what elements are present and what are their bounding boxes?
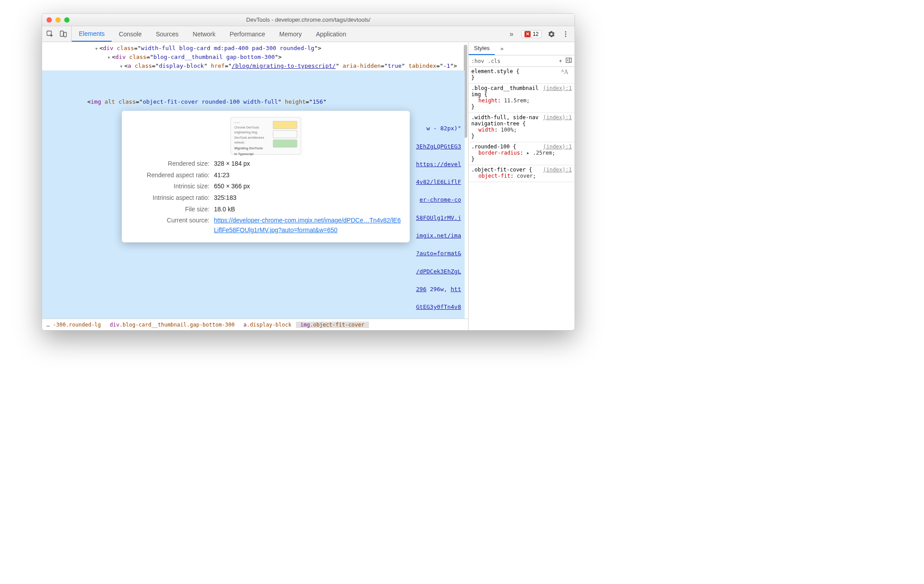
tooltip-value: 325∶183: [214, 193, 402, 203]
dom-node-div-1[interactable]: <div class="width-full blog-card md:pad-…: [46, 44, 465, 53]
thumb-sub2: Migrating DevTools: [234, 146, 270, 151]
hov-toggle[interactable]: :hov: [471, 58, 484, 64]
svg-rect-1: [60, 31, 63, 36]
tooltip-label: Intrinsic size:: [130, 182, 210, 191]
dom-node-a[interactable]: <a class="display-block" href="/blog/mig…: [46, 62, 465, 70]
kebab-menu-icon[interactable]: [561, 30, 570, 39]
css-rule[interactable]: (index):1.blog-card__thumbnail img {heig…: [469, 84, 575, 113]
dom-node-div-2[interactable]: <div class="blog-card__thumbnail gap-bot…: [46, 53, 465, 62]
tooltip-value: 650 × 366 px: [214, 182, 402, 191]
tooltip-value[interactable]: https://developer-chrome-com.imgix.net/i…: [214, 216, 402, 235]
main-toolbar: ElementsConsoleSourcesNetworkPerformance…: [42, 26, 575, 42]
error-count-badge[interactable]: ✕ 12: [521, 30, 542, 38]
panel-tabs: ElementsConsoleSourcesNetworkPerformance…: [72, 26, 503, 42]
styles-rules-list[interactable]: ᴬAelement.style {}(index):1.blog-card__t…: [469, 67, 575, 330]
tab-console[interactable]: Console: [112, 26, 148, 42]
css-rule[interactable]: (index):1.width-full, side-nav navigatio…: [469, 113, 575, 142]
devtools-window: DevTools - developer.chrome.com/tags/dev…: [42, 13, 575, 331]
new-rule-plus-icon[interactable]: +: [559, 58, 562, 64]
thumb-sub1: DevTools architecture refresh:: [234, 136, 270, 145]
elements-panel: ••• <div class="width-full blog-card md:…: [42, 42, 468, 330]
tooltip-value: 18.0 kB: [214, 205, 402, 214]
css-rule[interactable]: (index):1.object-fit-cover {object-fit: …: [469, 165, 575, 182]
inspect-element-icon[interactable]: [46, 30, 54, 39]
cls-toggle[interactable]: .cls: [488, 58, 501, 64]
content-area: ••• <div class="width-full blog-card md:…: [42, 42, 575, 330]
css-rule[interactable]: (index):1.rounded-100 {border-radius: ▸ …: [469, 142, 575, 165]
image-info-tooltip: ● ● ● Chrome DevTools engineering blog D…: [122, 111, 410, 242]
tab-memory[interactable]: Memory: [272, 26, 309, 42]
thumb-sub3: to Typescript: [234, 152, 270, 157]
styles-tab-styles[interactable]: Styles: [469, 42, 495, 55]
tooltip-label: File size:: [130, 205, 210, 214]
breadcrumb-item[interactable]: img.object-fit-cover: [296, 322, 369, 328]
tab-performance[interactable]: Performance: [222, 26, 272, 42]
styles-tabs: Styles »: [469, 42, 575, 55]
tab-sources[interactable]: Sources: [149, 26, 186, 42]
more-tabs-icon[interactable]: »: [507, 30, 516, 39]
error-x-icon: ✕: [524, 31, 531, 37]
tooltip-thumbnail: ● ● ● Chrome DevTools engineering blog D…: [230, 117, 301, 155]
tooltip-label: Rendered size:: [130, 159, 210, 169]
titlebar: DevTools - developer.chrome.com/tags/dev…: [42, 14, 575, 26]
settings-gear-icon[interactable]: [547, 30, 556, 39]
window-title: DevTools - developer.chrome.com/tags/dev…: [42, 16, 575, 23]
tab-elements[interactable]: Elements: [72, 26, 112, 42]
svg-rect-2: [64, 32, 66, 37]
breadcrumb-item[interactable]: … -300.rounded-lg: [42, 322, 105, 328]
sidebar-toggle-icon[interactable]: [566, 58, 572, 64]
tooltip-label: Intrinsic aspect ratio:: [130, 193, 210, 203]
tooltip-label: Rendered aspect ratio:: [130, 171, 210, 180]
svg-point-3: [565, 31, 567, 32]
tooltip-info-grid: Rendered size:328 × 184 pxRendered aspec…: [130, 159, 402, 235]
tooltip-value: 328 × 184 px: [214, 159, 402, 169]
breadcrumb-bar[interactable]: … -300.rounded-lgdiv.blog-card__thumbnai…: [42, 319, 468, 330]
styles-subbar: :hov .cls +: [469, 55, 575, 67]
tab-network[interactable]: Network: [186, 26, 222, 42]
thumb-headline: Chrome DevTools engineering blog: [234, 125, 270, 135]
device-toolbar-icon[interactable]: [59, 30, 68, 39]
svg-rect-6: [566, 58, 571, 62]
breadcrumb-item[interactable]: div.blog-card__thumbnail.gap-bottom-300: [105, 322, 239, 328]
breadcrumb-item[interactable]: a.display-block: [239, 322, 296, 328]
svg-point-4: [565, 33, 567, 35]
dom-tree[interactable]: ••• <div class="width-full blog-card md:…: [42, 42, 468, 319]
tooltip-label: Current source:: [130, 216, 210, 235]
styles-panel: Styles » :hov .cls + ᴬAelement.style {}(…: [468, 42, 575, 330]
tab-application[interactable]: Application: [309, 26, 353, 42]
more-styles-tabs-icon[interactable]: »: [495, 42, 509, 55]
css-rule[interactable]: ᴬAelement.style {}: [469, 67, 575, 84]
error-count: 12: [533, 31, 539, 37]
svg-point-5: [565, 35, 567, 37]
tooltip-value: 41∶23: [214, 171, 402, 180]
